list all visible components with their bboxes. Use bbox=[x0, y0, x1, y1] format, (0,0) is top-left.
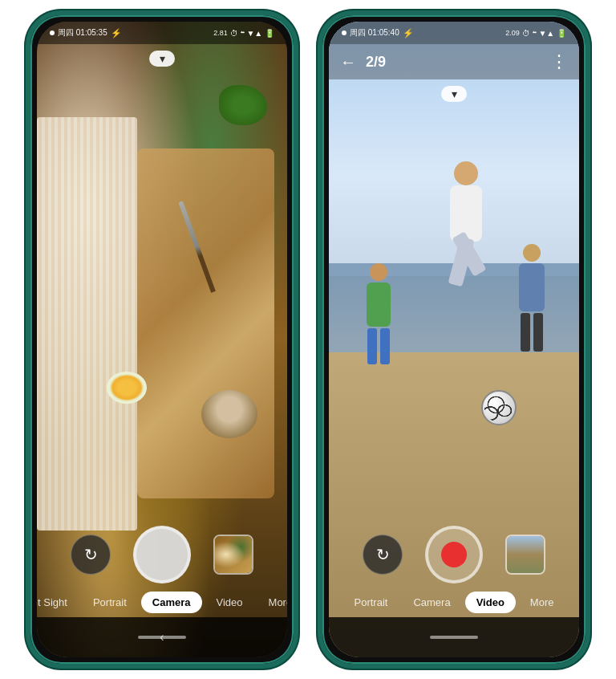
status-time-1: 周四 01:05:35 bbox=[58, 27, 107, 39]
status-right-1: 2.81 ⏱ ☁ ▼▲ 🔋 bbox=[213, 29, 274, 38]
icons-right-1: ⏱ ☁ ▼▲ 🔋 bbox=[230, 29, 274, 38]
player-right-leg-2 bbox=[533, 313, 543, 352]
network-speed-2: 2.09 bbox=[505, 29, 520, 37]
flash-icon-2: ⚡ bbox=[403, 28, 414, 39]
status-bar-2: 周四 01:05:40 ⚡ 2.09 ⏱ ☁ ▼▲ 🔋 bbox=[329, 22, 579, 44]
player-right-head bbox=[523, 244, 541, 262]
gallery-top-bar: ← 2/9 ⋮ bbox=[329, 44, 579, 79]
player-left-legs bbox=[359, 328, 399, 364]
phone-2: 周四 01:05:40 ⚡ 2.09 ⏱ ☁ ▼▲ 🔋 ← 2/9 ⋮ bbox=[318, 10, 590, 669]
phone-1-screen: 周四 01:05:35 ⚡ 2.81 ⏱ ☁ ▼▲ 🔋 ↻ bbox=[37, 22, 287, 657]
more-button-2[interactable]: ⋮ bbox=[550, 51, 568, 72]
soccer-sand bbox=[329, 352, 579, 657]
player-main bbox=[434, 161, 498, 322]
icons-right-2: ⏱ ☁ ▼▲ 🔋 bbox=[522, 29, 566, 38]
player-right-body bbox=[519, 263, 545, 311]
cutting-board bbox=[137, 148, 275, 498]
greens bbox=[219, 85, 267, 125]
soccer-viewfinder bbox=[329, 22, 579, 657]
flash-icon-1: ⚡ bbox=[111, 28, 122, 39]
network-speed-1: 2.81 bbox=[213, 29, 228, 37]
player-left-leg-1 bbox=[367, 328, 377, 364]
knife bbox=[178, 201, 216, 293]
food-viewfinder bbox=[37, 22, 287, 657]
status-left-2: 周四 01:05:40 ⚡ bbox=[342, 27, 414, 39]
player-left bbox=[359, 263, 399, 376]
egg bbox=[107, 372, 147, 404]
player-right-legs bbox=[510, 313, 554, 352]
nav-bar-1: ‹ bbox=[37, 617, 287, 657]
phone-1: 周四 01:05:35 ⚡ 2.81 ⏱ ☁ ▼▲ 🔋 ↻ bbox=[26, 10, 298, 669]
phone-2-screen: 周四 01:05:40 ⚡ 2.09 ⏱ ☁ ▼▲ 🔋 ← 2/9 ⋮ bbox=[329, 22, 579, 657]
status-dot-2 bbox=[342, 30, 346, 35]
nav-pill-2 bbox=[430, 636, 478, 639]
nav-back-1[interactable]: ‹ bbox=[160, 630, 164, 644]
status-time-2: 周四 01:05:40 bbox=[350, 27, 399, 39]
player-right bbox=[510, 244, 554, 364]
noodles-element bbox=[37, 117, 137, 531]
player-left-leg-2 bbox=[380, 328, 390, 364]
status-bar-1: 周四 01:05:35 ⚡ 2.81 ⏱ ☁ ▼▲ 🔋 bbox=[37, 22, 287, 44]
status-dot-1 bbox=[50, 30, 55, 35]
back-button-2[interactable]: ← bbox=[340, 53, 356, 71]
phone-2-shell: 周四 01:05:40 ⚡ 2.09 ⏱ ☁ ▼▲ 🔋 ← 2/9 ⋮ bbox=[318, 10, 590, 669]
player-left-head bbox=[370, 263, 387, 281]
bowl bbox=[201, 390, 257, 438]
player-right-leg-1 bbox=[521, 313, 530, 352]
gallery-counter: 2/9 bbox=[366, 54, 386, 71]
phone-1-shell: 周四 01:05:35 ⚡ 2.81 ⏱ ☁ ▼▲ 🔋 ↻ bbox=[26, 10, 298, 669]
status-left-1: 周四 01:05:35 ⚡ bbox=[50, 27, 122, 39]
status-right-2: 2.09 ⏱ ☁ ▼▲ 🔋 bbox=[505, 29, 566, 38]
ball-pattern bbox=[484, 393, 513, 422]
nav-bar-2 bbox=[329, 617, 579, 657]
player-main-head bbox=[454, 161, 478, 185]
player-left-body bbox=[367, 283, 391, 327]
